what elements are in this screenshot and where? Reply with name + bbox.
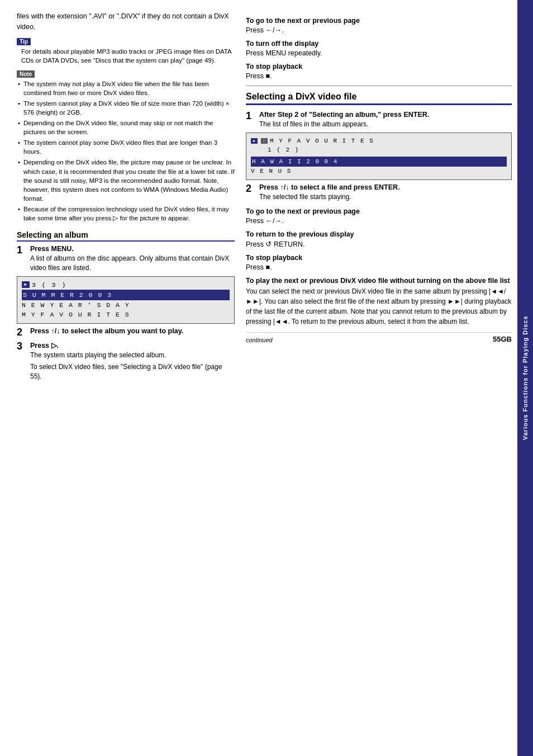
- to-play-next-heading: To play the next or previous DivX video …: [246, 277, 512, 285]
- to-stop-2-heading: To stop playback: [246, 254, 512, 262]
- to-turn-off-heading: To turn off the display: [246, 40, 512, 48]
- right-tab-label: Various Functions for Playing Discs: [522, 316, 529, 441]
- note-item: Depending on the DivX video file, sound …: [17, 119, 235, 136]
- divx-step-2-desc: The selected file starts playing.: [259, 192, 512, 202]
- step-3-desc2: To select DivX video files, see "Selecti…: [30, 362, 235, 381]
- step-2: 2 Press ↑/↓ to select the album you want…: [17, 327, 235, 338]
- page-wrapper: files with the extension ".AVI" or ".DIV…: [0, 0, 533, 756]
- screen2-row2-text: 1 ( 2 ): [268, 145, 299, 155]
- step-1-content: Press MENU. A list of albums on the disc…: [30, 245, 235, 273]
- note-content: The system may not play a DivX video fil…: [17, 79, 235, 223]
- to-turn-off-press: Press MENU repeatedly.: [246, 49, 512, 57]
- to-stop-1-heading: To stop playback: [246, 63, 512, 70]
- tip-content: For details about playable MP3 audio tra…: [17, 47, 235, 65]
- main-content: files with the extension ".AVI" or ".DIV…: [0, 0, 517, 756]
- disc-icon-2: ▶: [251, 138, 258, 144]
- screen2-row2: 1 ( 2 ): [251, 145, 507, 155]
- note-item: Depending on the DivX video file, the pi…: [17, 158, 235, 202]
- tip-label: Tip: [17, 38, 31, 45]
- intro-text: files with the extension ".AVI" or ".DIV…: [17, 11, 235, 32]
- to-stop-1-press: Press ■.: [246, 72, 512, 80]
- tip-box: Tip For details about playable MP3 audio…: [17, 37, 235, 65]
- divx-step-2-content: Press ↑/↓ to select a file and press ENT…: [259, 183, 512, 202]
- selecting-album-heading: Selecting an album: [17, 230, 235, 242]
- to-stop-2-press: Press ■.: [246, 263, 512, 271]
- disc-icon: ▶: [22, 281, 30, 288]
- page-number: 55GB: [493, 335, 512, 343]
- right-tab: Various Functions for Playing Discs: [517, 0, 533, 756]
- step-3-content: Press ▷. The system starts playing the s…: [30, 341, 235, 381]
- to-return-press: Press ↺ RETURN.: [246, 240, 512, 248]
- note-item: The system cannot play some DivX video f…: [17, 138, 235, 156]
- screen1-item: M Y F A V O U R I T E S: [22, 310, 230, 319]
- divx-step-1-title: After Step 2 of "Selecting an album," pr…: [259, 111, 512, 119]
- note-list: The system may not play a DivX video fil…: [17, 79, 235, 223]
- screen2-item: V E N U S: [251, 167, 507, 176]
- note-item: Because of the compression technology us…: [17, 205, 235, 223]
- screen2-items: H A W A I I 2 0 0 4V E N U S: [251, 157, 507, 176]
- step-2-content: Press ↑/↓ to select the album you want t…: [30, 327, 235, 338]
- step-1-desc: A list of albums on the disc appears. On…: [30, 254, 235, 273]
- step-3-number: 3: [17, 341, 26, 381]
- divx-step-1-desc: The list of files in the album appears.: [259, 120, 512, 129]
- screen2-row1: ▶ □ M Y F A V O U R I T E S: [251, 136, 507, 146]
- step-3-title: Press ▷.: [30, 341, 235, 349]
- screen1-items: S U M M E R 2 0 0 3N E W Y E A R ' S D A…: [22, 290, 230, 320]
- screen2-item: H A W A I I 2 0 0 4: [251, 157, 507, 167]
- divx-step-1-content: After Step 2 of "Selecting an album," pr…: [259, 111, 512, 129]
- screen1-item: S U M M E R 2 0 0 3: [22, 290, 230, 300]
- step-2-title: Press ↑/↓ to select the album you want t…: [30, 327, 235, 335]
- step-3: 3 Press ▷. The system starts playing the…: [17, 341, 235, 381]
- divider: [246, 86, 512, 86]
- divx-step-2: 2 Press ↑/↓ to select a file and press E…: [246, 183, 512, 202]
- to-go-page-press: Press ←/→.: [246, 26, 512, 34]
- step-1-title: Press MENU.: [30, 245, 235, 253]
- two-col-layout: files with the extension ".AVI" or ".DIV…: [17, 11, 512, 385]
- to-go-page-heading: To go to the next or previous page: [246, 17, 512, 25]
- selecting-divx-heading: Selecting a DivX video file: [246, 92, 512, 105]
- divx-step-2-number: 2: [246, 183, 255, 202]
- folder-icon: □: [261, 138, 268, 144]
- right-column: To go to the next or previous page Press…: [246, 11, 512, 385]
- step-1: 1 Press MENU. A list of albums on the di…: [17, 245, 235, 273]
- screen-box-2: ▶ □ M Y F A V O U R I T E S 1 ( 2 ) H A …: [246, 133, 512, 180]
- note-item: The system cannot play a DivX video file…: [17, 99, 235, 117]
- to-play-next-body: You can select the next or previous DivX…: [246, 286, 512, 327]
- step-2-number: 2: [17, 327, 26, 338]
- screen-row-icon: ▶ 3 ( 3 ): [22, 280, 230, 290]
- step-1-number: 1: [17, 245, 26, 273]
- screen-box-1: ▶ 3 ( 3 ) S U M M E R 2 0 0 3N E W Y E A…: [17, 276, 235, 324]
- page-footer: continued 55GB: [246, 332, 512, 343]
- screen2-row1-text: M Y F A V O U R I T E S: [270, 136, 374, 146]
- continued-text: continued: [246, 337, 273, 343]
- to-go-page2-press: Press ←/→.: [246, 217, 512, 225]
- note-box: Note The system may not play a DivX vide…: [17, 69, 235, 223]
- left-column: files with the extension ".AVI" or ".DIV…: [17, 11, 235, 385]
- to-go-page2-heading: To go to the next or previous page: [246, 207, 512, 215]
- divx-step-1-number: 1: [246, 111, 255, 129]
- to-return-heading: To return to the previous display: [246, 230, 512, 238]
- screen-row-text: 3 ( 3 ): [32, 280, 66, 290]
- note-item: The system may not play a DivX video fil…: [17, 79, 235, 97]
- step-3-desc1: The system starts playing the selected a…: [30, 351, 235, 360]
- screen1-item: N E W Y E A R ' S D A Y: [22, 300, 230, 310]
- note-label: Note: [17, 70, 35, 78]
- divx-step-1: 1 After Step 2 of "Selecting an album," …: [246, 111, 512, 129]
- divx-step-2-title: Press ↑/↓ to select a file and press ENT…: [259, 183, 512, 191]
